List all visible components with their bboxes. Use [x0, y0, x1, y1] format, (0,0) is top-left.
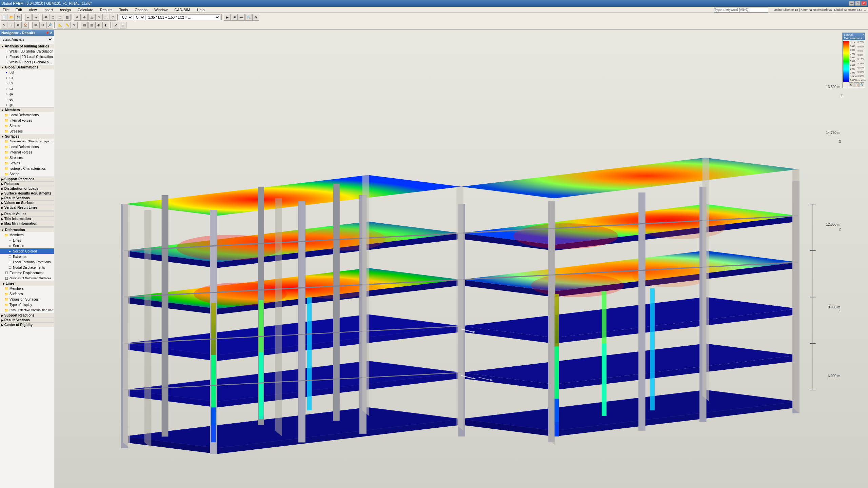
tb2-btn-4[interactable]: 🏠 [22, 22, 29, 28]
nav-section-support-reactions[interactable]: ▶ Support Reactions [0, 177, 54, 181]
nav-item-surf-strains[interactable]: 📁 Strains [0, 160, 54, 166]
tb2-btn-10[interactable]: ✎ [71, 22, 78, 28]
colorscale-btn-2[interactable]: 📋 [854, 82, 859, 87]
close-button[interactable]: ✕ [861, 1, 867, 6]
nav-item-values-surfaces-sub[interactable]: 📁 Values on Surfaces [0, 297, 54, 302]
nav-item-deform-torsional[interactable]: ☐ Local Torsional Rotations [0, 259, 54, 265]
menu-window[interactable]: Window [153, 7, 169, 12]
maximize-button[interactable]: □ [855, 1, 861, 6]
tb2-btn-11[interactable]: ▤ [81, 22, 88, 28]
tb2-btn-3[interactable]: ⟳ [15, 22, 22, 28]
nav-section-surfaces[interactable]: ▼ Surfaces [0, 134, 54, 139]
nav-item-floors-2d[interactable]: ○ Floors | 2D Local Calculation [0, 54, 54, 59]
nav-analysis-dropdown[interactable]: Static Analysis [1, 37, 53, 42]
nav-item-deform-section[interactable]: ○ Section [0, 243, 54, 248]
nav-item-deform-extremes[interactable]: ☐ Extremes [0, 254, 54, 259]
nav-section-building-stories[interactable]: ▼ Analysis of building stories [0, 44, 54, 48]
nav-item-members-strains[interactable]: 📁 Strains [0, 123, 54, 128]
menu-calculate[interactable]: Calculate [76, 7, 95, 12]
tb-btn-7[interactable]: ⊕ [74, 14, 81, 21]
nav-section-center-rigidity[interactable]: ▶ Center of Rigidity [0, 322, 54, 327]
nav-section-lines-sub[interactable]: ▶ Lines [0, 281, 54, 286]
nav-section-vertical-result-lines[interactable]: ▶ Vertical Result Lines [0, 205, 54, 210]
menu-view[interactable]: View [27, 7, 38, 12]
open-button[interactable]: 📂 [8, 14, 15, 21]
menu-edit[interactable]: Edit [14, 7, 23, 12]
nav-section-values-surfaces[interactable]: ▶ Values on Surfaces [0, 200, 54, 205]
tb-btn-4[interactable]: ◫ [50, 14, 56, 21]
save-button[interactable]: 💾 [15, 14, 22, 21]
nav-section-releases[interactable]: ▶ Releases [0, 181, 54, 186]
tb-btn-15[interactable]: ⏭ [238, 14, 245, 21]
nav-section-result-values[interactable]: ▶ Result Values [0, 211, 54, 216]
nav-item-members-internal-forces[interactable]: 📁 Internal Forces [0, 118, 54, 123]
tb-btn-13[interactable]: ▶ [224, 14, 231, 21]
nav-item-uy[interactable]: ○ uy [0, 80, 54, 86]
redo-button[interactable]: ↪ [32, 14, 39, 21]
tb2-btn-15[interactable]: ⤢ [113, 22, 119, 28]
nav-pin-btn[interactable]: 📌 [45, 31, 49, 35]
uls-combo[interactable]: ULS [120, 14, 133, 20]
nav-item-uul[interactable]: ● uul [0, 69, 54, 75]
tb-btn-16[interactable]: 🔍 [245, 14, 252, 21]
tb-btn-6[interactable]: ▦ [64, 14, 71, 21]
tb-btn-17[interactable]: ⚙ [252, 14, 259, 21]
menu-tools[interactable]: Tools [118, 7, 129, 12]
tb2-btn-16[interactable]: ⊹ [120, 22, 126, 28]
nav-item-outlines-deformed[interactable]: ☐ Outlines of Deformed Surfaces [0, 276, 54, 281]
nav-item-members-local-def[interactable]: 📁 Local Deformations [0, 112, 54, 118]
nav-item-phiz[interactable]: ○ φz [0, 102, 54, 107]
nav-section-deformation[interactable]: ▼ Deformation [0, 227, 54, 232]
nav-section-support-reactions-2[interactable]: ▶ Support Reactions [0, 313, 54, 318]
nav-section-surface-results[interactable]: ▶ Surface Results Adjustments [0, 191, 54, 196]
nav-section-result-sections-2[interactable]: ▶ Result Sections [0, 318, 54, 322]
nav-section-result-sections[interactable]: ▶ Result Sections [0, 196, 54, 200]
nav-section-members[interactable]: ▼ Members [0, 107, 54, 112]
menu-cadbim[interactable]: CAD-BIM [173, 7, 191, 12]
viewport-3d[interactable]: 13.500 m 14.750 m 12.000 m 9.000 m 6.000… [54, 30, 868, 488]
nav-item-extreme-displacement[interactable]: ☐ Extreme Displacement [0, 270, 54, 276]
search-input[interactable] [714, 7, 768, 13]
nav-item-surf-shape[interactable]: 📁 Shape [0, 171, 54, 177]
menu-assign[interactable]: Assign [58, 7, 72, 12]
nav-item-members-stresses[interactable]: 📁 Stresses [0, 128, 54, 134]
nav-item-deform-lines[interactable]: ○ Lines [0, 238, 54, 243]
tb2-btn-8[interactable]: 📐 [57, 22, 63, 28]
nav-section-maxmin-info[interactable]: ▶ Max Min Information [0, 221, 54, 226]
tb2-btn-7[interactable]: 🔎 [46, 22, 53, 28]
tb2-btn-5[interactable]: ⊞ [32, 22, 39, 28]
tb-btn-8[interactable]: ⊗ [81, 14, 88, 21]
nav-item-type-display[interactable]: 📁 Type of display [0, 302, 54, 307]
colorscale-btn-1[interactable]: ⚙ [849, 82, 853, 87]
tb-btn-3[interactable]: ⊞ [42, 14, 49, 21]
nav-item-ribs[interactable]: 📁 Ribs - Effective Contribution on Surf.… [0, 307, 54, 313]
colorscale-btn-3[interactable]: 🔍 [860, 82, 864, 87]
nav-item-members-sub[interactable]: 📁 Members [0, 286, 54, 291]
tb2-btn-6[interactable]: ⊟ [39, 22, 46, 28]
tb-btn-5[interactable]: ⬚ [57, 14, 63, 21]
nav-item-deform-members-folder[interactable]: 📁 Members [0, 232, 54, 238]
tb2-btn-9[interactable]: 📏 [64, 22, 71, 28]
nav-item-surf-internal-forces[interactable]: 📁 Internal Forces [0, 149, 54, 155]
tb2-btn-12[interactable]: ▥ [88, 22, 95, 28]
nav-item-ux[interactable]: ○ ux [0, 75, 54, 80]
tb2-btn-13[interactable]: ◐ [95, 22, 102, 28]
tb2-btn-2[interactable]: ✛ [8, 22, 15, 28]
tb-btn-10[interactable]: □ [95, 14, 102, 21]
nav-close-btn[interactable]: ✕ [50, 31, 53, 35]
nav-section-distribution-loads[interactable]: ▶ Distribution of Loads [0, 186, 54, 191]
nav-item-surf-isotropic[interactable]: 📁 Isotropic Characteristics [0, 166, 54, 171]
co-combo[interactable]: CO1 [134, 14, 145, 20]
menu-results[interactable]: Results [99, 7, 114, 12]
menu-help[interactable]: Help [196, 7, 206, 12]
nav-item-deform-section-colored[interactable]: ● Section Colored [0, 248, 54, 254]
menu-file[interactable]: File [1, 7, 10, 12]
nav-item-surf-stresses[interactable]: 📁 Stresses [0, 155, 54, 160]
tb-btn-9[interactable]: △ [88, 14, 95, 21]
tb-btn-11[interactable]: ◇ [102, 14, 109, 21]
tb2-btn-1[interactable]: ↖ [1, 22, 7, 28]
nav-item-surfaces-sub[interactable]: 📁 Surfaces [0, 291, 54, 297]
menu-insert[interactable]: Insert [42, 7, 54, 12]
undo-button[interactable]: ↩ [25, 14, 32, 21]
nav-item-surf-local-def[interactable]: 📁 Local Deformations [0, 144, 54, 149]
